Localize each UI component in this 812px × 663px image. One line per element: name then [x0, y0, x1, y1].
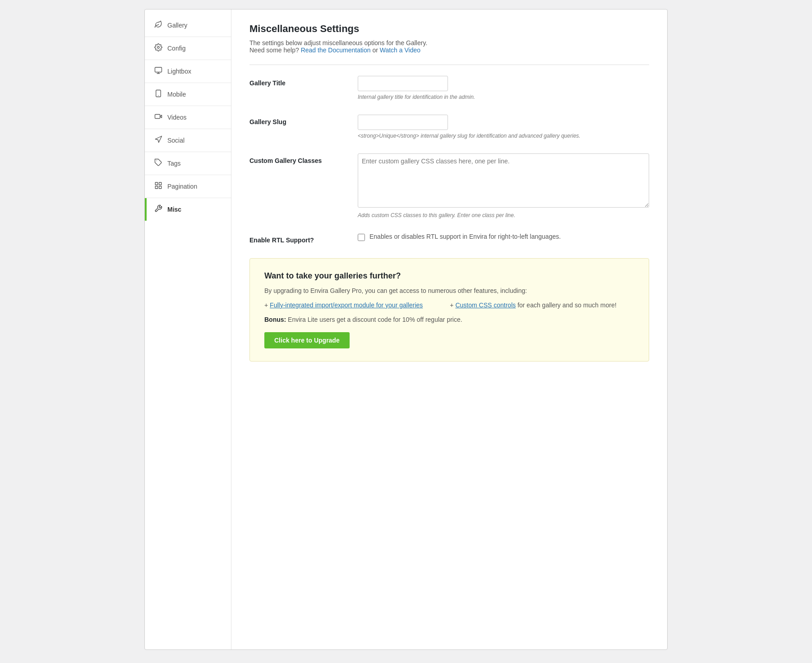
sidebar-item-config[interactable]: Config: [145, 37, 231, 60]
sidebar-tags-label: Tags: [167, 160, 181, 167]
social-icon: [154, 135, 163, 145]
upgrade-description: By upgrading to Envira Gallery Pro, you …: [264, 287, 634, 294]
config-icon: [154, 43, 163, 53]
svg-point-0: [157, 46, 160, 49]
upgrade-feature-2: + Custom CSS controls for each gallery a…: [450, 301, 616, 309]
gallery-slug-input[interactable]: [358, 115, 448, 130]
page-subtitle: The settings below adjust miscellaneous …: [249, 39, 649, 54]
svg-rect-12: [155, 186, 157, 189]
sidebar-item-mobile[interactable]: Mobile: [145, 83, 231, 106]
page-title: Miscellaneous Settings: [249, 23, 649, 35]
gallery-slug-row: Gallery Slug <strong>Unique</strong> int…: [249, 115, 649, 139]
rtl-support-label: Enable RTL Support?: [249, 233, 349, 244]
sidebar-social-label: Social: [167, 137, 185, 144]
gallery-icon: [154, 20, 163, 30]
sidebar-config-label: Config: [167, 45, 185, 52]
gallery-slug-field: <strong>Unique</strong> internal gallery…: [358, 115, 649, 139]
custom-classes-row: Custom Gallery Classes Adds custom CSS c…: [249, 153, 649, 218]
svg-rect-10: [159, 182, 161, 185]
videos-icon: [154, 112, 163, 122]
custom-classes-label: Custom Gallery Classes: [249, 153, 349, 164]
rtl-support-field: Enables or disables RTL support in Envir…: [358, 233, 649, 241]
upgrade-feature-1: + Fully-integrated import/export module …: [264, 301, 423, 309]
sidebar-videos-label: Videos: [167, 114, 187, 121]
gallery-title-input[interactable]: [358, 76, 448, 91]
sidebar-lightbox-label: Lightbox: [167, 68, 191, 75]
gallery-slug-label: Gallery Slug: [249, 115, 349, 125]
gallery-title-label: Gallery Title: [249, 76, 349, 87]
rtl-support-help: Enables or disables RTL support in Envir…: [369, 233, 561, 240]
svg-rect-1: [155, 67, 162, 72]
gallery-title-row: Gallery Title Internal gallery title for…: [249, 76, 649, 100]
sidebar-item-social[interactable]: Social: [145, 129, 231, 152]
rtl-support-checkbox[interactable]: [358, 234, 365, 241]
svg-rect-4: [156, 90, 161, 97]
watch-video-link[interactable]: Watch a Video: [380, 46, 420, 54]
sidebar-item-misc[interactable]: Misc: [145, 198, 231, 221]
sidebar-mobile-label: Mobile: [167, 91, 186, 98]
gallery-title-field: Internal gallery title for identificatio…: [358, 76, 649, 100]
sidebar-item-lightbox[interactable]: Lightbox: [145, 60, 231, 83]
mobile-icon: [154, 89, 163, 99]
rtl-checkbox-row: Enables or disables RTL support in Envir…: [358, 233, 649, 241]
import-export-link[interactable]: Fully-integrated import/export module fo…: [270, 301, 423, 309]
upgrade-features: + Fully-integrated import/export module …: [264, 301, 634, 309]
sidebar-pagination-label: Pagination: [167, 183, 197, 190]
svg-rect-9: [155, 182, 157, 185]
svg-rect-11: [159, 186, 161, 189]
lightbox-icon: [154, 66, 163, 76]
sidebar-gallery-label: Gallery: [167, 22, 187, 29]
custom-classes-help: Adds custom CSS classes to this gallery.…: [358, 212, 637, 218]
sidebar-item-pagination[interactable]: Pagination: [145, 175, 231, 198]
sidebar: Gallery Config Lightbox: [145, 9, 231, 649]
custom-classes-field: Adds custom CSS classes to this gallery.…: [358, 153, 649, 218]
misc-icon: [154, 204, 163, 214]
upgrade-button[interactable]: Click here to Upgrade: [264, 332, 350, 348]
section-divider: [249, 65, 649, 65]
sidebar-item-videos[interactable]: Videos: [145, 106, 231, 129]
pagination-icon: [154, 181, 163, 191]
main-content: Miscellaneous Settings The settings belo…: [231, 9, 667, 649]
gallery-slug-help: <strong>Unique</strong> internal gallery…: [358, 133, 637, 139]
rtl-support-row: Enable RTL Support? Enables or disables …: [249, 233, 649, 244]
upgrade-box: Want to take your galleries further? By …: [249, 258, 649, 362]
sidebar-item-tags[interactable]: Tags: [145, 152, 231, 175]
read-docs-link[interactable]: Read the Documentation: [301, 46, 371, 54]
gallery-title-help: Internal gallery title for identificatio…: [358, 94, 637, 100]
sidebar-misc-label: Misc: [167, 206, 181, 213]
tags-icon: [154, 158, 163, 168]
custom-css-link[interactable]: Custom CSS controls: [455, 301, 516, 309]
upgrade-title: Want to take your galleries further?: [264, 271, 634, 281]
svg-rect-6: [155, 115, 160, 119]
sidebar-item-gallery[interactable]: Gallery: [145, 14, 231, 37]
upgrade-bonus: Bonus: Envira Lite users get a discount …: [264, 316, 634, 323]
custom-classes-textarea[interactable]: [358, 153, 649, 208]
